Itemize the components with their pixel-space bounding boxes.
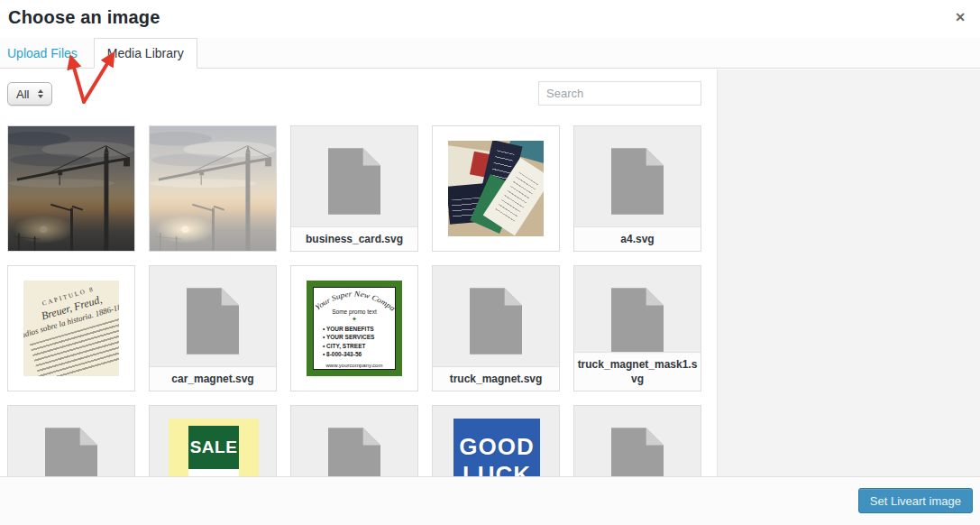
promo-card-content: Your Super New Company Some promo text ✦… — [313, 287, 396, 370]
document-icon — [187, 288, 239, 355]
good-luck-line1: GOOD — [459, 433, 534, 461]
attachment-file-icon[interactable] — [573, 405, 701, 476]
attachment-business-card-svg[interactable]: business_card.svg — [290, 125, 418, 252]
sale-text: SALE — [188, 426, 239, 469]
tab-media-library[interactable]: Media Library — [94, 38, 197, 69]
good-luck-sign-image: GOOD LUCK — [453, 419, 540, 476]
document-icon — [611, 428, 664, 476]
attachment-details-sidebar — [717, 69, 980, 476]
tab-router: Upload Files Media Library — [0, 38, 980, 69]
media-frame-content: All — [0, 69, 980, 476]
attachments-toolbar: All — [0, 69, 717, 125]
promo-card-image: Your Super New Company Some promo text ✦… — [307, 281, 402, 376]
attachment-filename: car_magnet.svg — [150, 366, 276, 391]
document-icon — [611, 288, 664, 355]
promo-website: www.yourcompany.com — [326, 363, 383, 368]
promo-subtitle: Some promo text — [332, 309, 377, 315]
good-luck-line2: LUCK — [463, 461, 531, 476]
attachment-car-magnet-svg[interactable]: car_magnet.svg — [149, 265, 277, 391]
attachments-browser: All — [0, 69, 717, 476]
attachment-good-luck-sign-image[interactable]: GOOD LUCK — [432, 405, 560, 476]
document-icon — [611, 148, 664, 215]
attachment-a4-svg[interactable]: a4.svg — [573, 125, 701, 252]
document-icon — [328, 428, 380, 476]
sale-fine-print — [188, 469, 239, 476]
attachment-filename: truck_magnet.svg — [433, 366, 559, 391]
promo-bullet: 8-000-343-56 — [323, 350, 374, 358]
photo-faded-overlay — [150, 126, 276, 251]
page-title: Choose an image — [0, 0, 980, 28]
promo-bullet-list: YOUR BENEFITS YOUR SERVICES CITY, STREET… — [314, 325, 374, 359]
set-liveart-image-button[interactable]: Set Liveart image — [858, 488, 973, 513]
modal-toolbar: Set Liveart image — [0, 476, 980, 525]
type-filter-value: All — [16, 88, 29, 101]
document-icon — [470, 288, 522, 355]
promo-bullet: YOUR BENEFITS — [323, 325, 374, 333]
attachment-filename: a4.svg — [574, 226, 701, 251]
attachment-file-icon[interactable] — [7, 405, 135, 476]
attachment-truck-magnet-svg[interactable]: truck_magnet.svg — [432, 265, 560, 391]
attachment-book-page-photo[interactable]: CAPITULO 8 Breuer, Freud, udios sobre la… — [7, 265, 135, 391]
dropdown-stepper-icon — [38, 89, 43, 98]
attachment-filename: business_card.svg — [291, 226, 417, 251]
modal-header: Choose an image — [0, 0, 980, 38]
attachment-truck-magnet-mask1-svg[interactable]: truck_magnet_mask1.svg — [573, 265, 701, 391]
promo-bullet: CITY, STREET — [323, 342, 374, 350]
attachment-file-icon[interactable] — [290, 405, 418, 476]
book-page-text: CAPITULO 8 Breuer, Freud, udios sobre la… — [23, 281, 119, 376]
attachments-grid: business_card.svg — [0, 125, 717, 476]
attachment-crane-photo-light[interactable] — [149, 125, 277, 252]
attachment-promo-card-image[interactable]: Your Super New Company Some promo text ✦… — [290, 265, 418, 391]
search-input[interactable] — [538, 81, 701, 106]
attachment-business-cards-photo[interactable] — [432, 125, 560, 252]
type-filter-dropdown[interactable]: All — [7, 82, 52, 106]
attachment-filename: truck_magnet_mask1.svg — [574, 352, 701, 391]
book-page-photo: CAPITULO 8 Breuer, Freud, udios sobre la… — [23, 281, 119, 376]
media-modal: Choose an image ✕ Upload Files Media Lib… — [0, 0, 980, 525]
close-icon[interactable]: ✕ — [951, 8, 969, 26]
attachment-sale-sign-image[interactable]: SALE — [149, 405, 277, 476]
tab-upload-files[interactable]: Upload Files — [7, 38, 90, 68]
promo-bullet: YOUR SERVICES — [323, 333, 374, 341]
document-icon — [328, 148, 380, 215]
sale-sign-image: SALE — [169, 419, 259, 476]
attachment-crane-photo-dark[interactable] — [7, 125, 135, 252]
photo-dark-overlay — [8, 126, 134, 251]
business-cards-photo — [448, 141, 544, 236]
promo-star-icon: ✦ — [352, 316, 357, 323]
document-icon — [45, 428, 97, 476]
